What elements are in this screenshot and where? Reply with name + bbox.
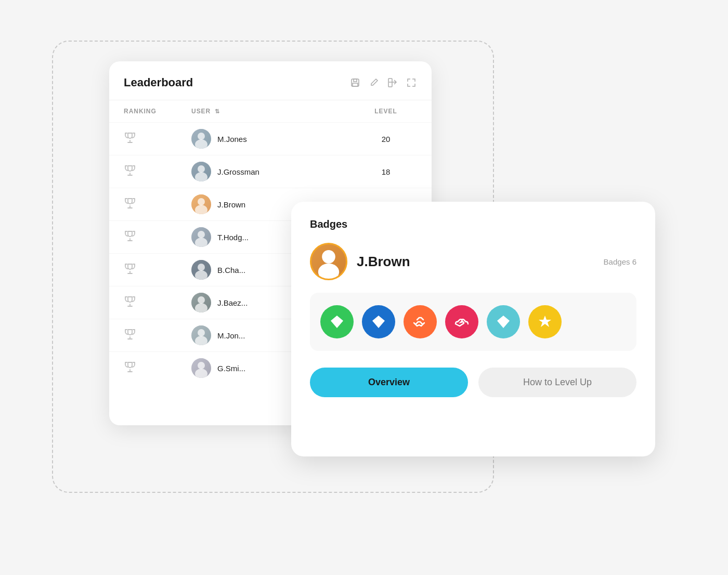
svg-marker-33 xyxy=(497,316,510,328)
avatar xyxy=(191,260,211,280)
avatar xyxy=(191,129,211,149)
table-header: RANKING USER ⇅ LEVEL xyxy=(109,100,432,122)
profile-avatar xyxy=(310,243,347,280)
avatar xyxy=(191,162,211,181)
svg-rect-1 xyxy=(354,79,357,82)
svg-point-17 xyxy=(198,264,205,271)
user-cell: M.Jones xyxy=(191,129,355,149)
save-icon[interactable] xyxy=(349,77,361,88)
share-icon[interactable] xyxy=(387,77,398,88)
diamond-blue-badge xyxy=(362,305,395,338)
avatar xyxy=(191,293,211,312)
trophy-icon xyxy=(124,295,191,310)
table-row: J.Grossman 18 xyxy=(109,155,432,188)
trophy-icon xyxy=(124,164,191,179)
col-ranking: RANKING xyxy=(124,108,191,115)
svg-marker-34 xyxy=(539,316,551,327)
avatar xyxy=(191,325,211,345)
badges-card: Badges J.Brown Badges 6 Overview How to … xyxy=(291,202,655,456)
svg-point-14 xyxy=(198,231,205,238)
trophy-icon xyxy=(124,361,191,376)
star-badge xyxy=(528,305,562,338)
leaderboard-title: Leaderboard xyxy=(124,76,193,89)
sort-icon[interactable]: ⇅ xyxy=(215,108,220,115)
user-name: M.Jon... xyxy=(217,331,245,340)
user-name: T.Hodg... xyxy=(217,233,249,242)
avatar xyxy=(191,194,211,214)
heart-hands-badge xyxy=(445,305,478,338)
svg-point-5 xyxy=(198,133,205,140)
diamond-teal-badge xyxy=(487,305,520,338)
svg-point-30 xyxy=(318,264,339,280)
overview-button[interactable]: Overview xyxy=(310,368,468,397)
user-name: J.Grossman xyxy=(217,167,259,176)
trophy-icon xyxy=(124,230,191,245)
buttons-row: Overview How to Level Up xyxy=(310,368,636,397)
header-icons xyxy=(349,77,417,88)
svg-rect-3 xyxy=(388,79,392,87)
user-name: B.Cha... xyxy=(217,266,245,275)
handshake-badge xyxy=(404,305,437,338)
table-row: M.Jones 20 xyxy=(109,122,432,155)
svg-point-29 xyxy=(322,250,335,264)
svg-marker-31 xyxy=(331,316,343,328)
trophy-icon xyxy=(124,197,191,212)
trophy-icon xyxy=(124,328,191,343)
svg-point-23 xyxy=(198,329,205,336)
diamond-green-badge xyxy=(320,305,354,338)
user-name: M.Jones xyxy=(217,135,247,143)
user-name: G.Smi... xyxy=(217,364,245,373)
profile-name: J.Brown xyxy=(357,254,410,270)
svg-point-20 xyxy=(198,296,205,304)
edit-icon[interactable] xyxy=(368,77,380,88)
avatar xyxy=(191,358,211,378)
user-profile-row: J.Brown Badges 6 xyxy=(310,243,636,280)
svg-point-26 xyxy=(198,362,205,369)
col-user: USER ⇅ xyxy=(191,108,355,115)
svg-point-8 xyxy=(198,165,205,173)
badges-grid-row xyxy=(310,293,636,351)
user-name: J.Baez... xyxy=(217,298,248,307)
svg-rect-2 xyxy=(353,83,358,86)
avatar xyxy=(191,227,211,247)
user-name: J.Brown xyxy=(217,200,245,209)
level-value: 18 xyxy=(355,167,417,176)
expand-icon[interactable] xyxy=(406,77,417,88)
trophy-icon xyxy=(124,263,191,278)
badges-count: Badges 6 xyxy=(604,257,636,266)
level-up-button[interactable]: How to Level Up xyxy=(478,368,636,397)
leaderboard-header: Leaderboard xyxy=(109,76,432,100)
level-value: 20 xyxy=(355,135,417,143)
svg-point-11 xyxy=(198,198,205,205)
svg-marker-32 xyxy=(372,316,385,328)
user-profile-left: J.Brown xyxy=(310,243,410,280)
user-cell: J.Grossman xyxy=(191,162,355,181)
trophy-icon xyxy=(124,132,191,147)
badges-title: Badges xyxy=(310,218,636,230)
col-level: LEVEL xyxy=(355,108,417,115)
